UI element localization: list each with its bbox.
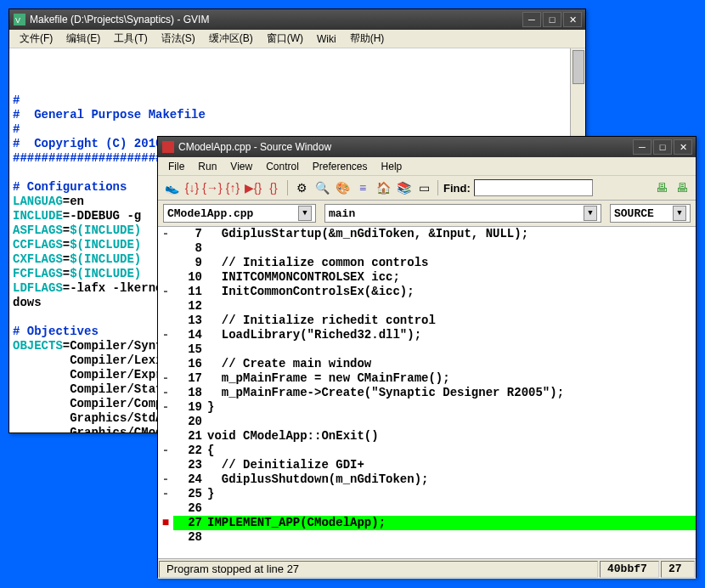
line-number: 15 <box>173 342 207 357</box>
svg-text:V: V <box>15 16 20 25</box>
code-line[interactable]: -24 GdiplusShutdown(m_nGdiToken); <box>158 472 696 487</box>
gutter[interactable] <box>158 299 173 314</box>
source-editor[interactable]: -7 GdiplusStartup(&m_nGdiToken, &Input, … <box>158 227 696 558</box>
code-line[interactable]: -19} <box>158 400 696 415</box>
gutter[interactable]: - <box>158 227 173 241</box>
print-icon[interactable]: 🖶 <box>653 179 670 196</box>
chevron-down-icon: ▼ <box>584 206 597 221</box>
window-icon[interactable]: ▭ <box>415 179 432 196</box>
code-line[interactable]: 20 <box>158 415 696 429</box>
close-button[interactable]: ✕ <box>674 139 692 155</box>
combo-row: CModelApp.cpp ▼ main ▼ SOURCE ▼ <box>158 201 696 227</box>
code-line[interactable]: 23 // Deinitialize GDI+ <box>158 458 696 472</box>
gutter[interactable] <box>158 458 173 472</box>
menu-item[interactable]: 编辑(E) <box>59 30 107 48</box>
code-line[interactable]: -22{ <box>158 444 696 458</box>
braces-icon[interactable]: {} <box>265 179 282 196</box>
home-icon[interactable]: 🏠 <box>375 179 392 196</box>
code-text <box>207 342 696 357</box>
gutter[interactable]: - <box>158 285 173 299</box>
statusbar: Program stopped at line 27 40bbf7 27 <box>158 558 696 579</box>
line-number: 25 <box>173 487 207 501</box>
menu-item[interactable]: 帮助(H) <box>343 30 392 48</box>
palette-icon[interactable]: 🎨 <box>334 179 351 196</box>
code-line[interactable]: -25} <box>158 487 696 501</box>
code-line[interactable]: -7 GdiplusStartup(&m_nGdiToken, &Input, … <box>158 227 696 241</box>
gutter[interactable] <box>158 357 173 371</box>
maximize-button[interactable]: □ <box>543 12 561 27</box>
gutter[interactable] <box>158 429 173 444</box>
print2-icon[interactable]: 🖶 <box>674 179 691 196</box>
gutter[interactable] <box>158 342 173 357</box>
menu-item[interactable]: 窗口(W) <box>260 30 310 48</box>
source-toolbar: 👟 {↓} {→} {↑} ▶{} {} ⚙ 🔍 🎨 ≡ 🏠 📚 ▭ Find:… <box>158 176 696 201</box>
gutter[interactable] <box>158 241 173 256</box>
minimize-button[interactable]: ─ <box>522 12 541 27</box>
source-titlebar[interactable]: CModelApp.cpp - Source Window ─ □ ✕ <box>158 137 696 157</box>
code-line[interactable]: -11 InitCommonControlsEx(&icc); <box>158 285 696 299</box>
run-icon[interactable]: 👟 <box>163 179 180 196</box>
step-over-icon[interactable]: {→} <box>204 179 221 196</box>
gutter[interactable]: - <box>158 386 173 400</box>
scrollbar-thumb[interactable] <box>572 50 584 84</box>
step-out-icon[interactable]: {↑} <box>224 179 241 196</box>
menu-item[interactable]: 工具(T) <box>107 30 154 48</box>
code-text <box>207 299 696 314</box>
code-line[interactable]: -18 m_pMainFrame->Create("Synaptic Desig… <box>158 386 696 400</box>
find-label: Find: <box>443 182 471 195</box>
code-line[interactable]: ■27IMPLEMENT_APP(CModelApp); <box>158 516 696 530</box>
minimize-button[interactable]: ─ <box>633 139 651 155</box>
close-button[interactable]: ✕ <box>563 12 582 27</box>
gutter[interactable] <box>158 270 173 285</box>
search-down-icon[interactable]: 🔍 <box>313 179 330 196</box>
book-icon[interactable]: 📚 <box>395 179 412 196</box>
menu-item[interactable]: Preferences <box>306 159 375 174</box>
code-line[interactable]: 9 // Initialize common controls <box>158 256 696 270</box>
code-line[interactable]: 8 <box>158 241 696 256</box>
code-line[interactable]: -17 m_pMainFrame = new CMainFrame(); <box>158 371 696 386</box>
gutter[interactable]: - <box>158 472 173 487</box>
code-line[interactable]: -14 LoadLibrary("Riched32.dll"); <box>158 328 696 342</box>
code-text: GdiplusShutdown(m_nGdiToken); <box>207 472 696 487</box>
menu-item[interactable]: 文件(F) <box>13 30 59 48</box>
cpu-icon[interactable]: ⚙ <box>293 179 310 196</box>
gutter[interactable]: - <box>158 444 173 458</box>
gutter[interactable]: - <box>158 400 173 415</box>
code-line[interactable]: 15 <box>158 342 696 357</box>
menu-item[interactable]: Wiki <box>310 31 343 47</box>
continue-icon[interactable]: ▶{} <box>245 179 262 196</box>
gutter[interactable] <box>158 501 173 516</box>
menu-item[interactable]: 语法(S) <box>155 30 202 48</box>
menu-item[interactable]: Control <box>259 159 306 174</box>
step-into-icon[interactable]: {↓} <box>183 179 200 196</box>
menu-item[interactable]: Run <box>191 159 223 174</box>
stack-icon[interactable]: ≡ <box>354 179 371 196</box>
menu-item[interactable]: File <box>161 159 191 174</box>
gutter[interactable] <box>158 530 173 545</box>
gutter[interactable]: - <box>158 328 173 342</box>
breakpoint-icon[interactable]: ■ <box>158 516 173 530</box>
function-combo[interactable]: main ▼ <box>324 204 601 223</box>
gutter[interactable] <box>158 415 173 429</box>
menu-item[interactable]: View <box>223 159 259 174</box>
menu-item[interactable]: Help <box>375 159 409 174</box>
menu-item[interactable]: 缓冲区(B) <box>202 30 260 48</box>
gutter[interactable]: - <box>158 371 173 386</box>
file-combo[interactable]: CModelApp.cpp ▼ <box>163 204 316 223</box>
code-line[interactable]: 28 <box>158 530 696 545</box>
gutter[interactable]: - <box>158 487 173 501</box>
gutter[interactable] <box>158 314 173 328</box>
code-line[interactable]: 16 // Create main window <box>158 357 696 371</box>
find-input[interactable] <box>474 179 593 196</box>
code-line[interactable]: 26 <box>158 501 696 516</box>
code-line[interactable]: 21void CModelApp::OnExit() <box>158 429 696 444</box>
code-line[interactable]: 13 // Initialize richedit control <box>158 314 696 328</box>
maximize-button[interactable]: □ <box>653 139 672 155</box>
gvim-titlebar[interactable]: V Makefile (D:\Projects\Synaptics) - GVI… <box>9 9 585 30</box>
line-number: 17 <box>173 371 207 386</box>
code-line[interactable]: 10 INITCOMMONCONTROLSEX icc; <box>158 270 696 285</box>
status-line: 27 <box>661 561 695 578</box>
mode-combo[interactable]: SOURCE ▼ <box>610 204 691 223</box>
gutter[interactable] <box>158 256 173 270</box>
code-line[interactable]: 12 <box>158 299 696 314</box>
